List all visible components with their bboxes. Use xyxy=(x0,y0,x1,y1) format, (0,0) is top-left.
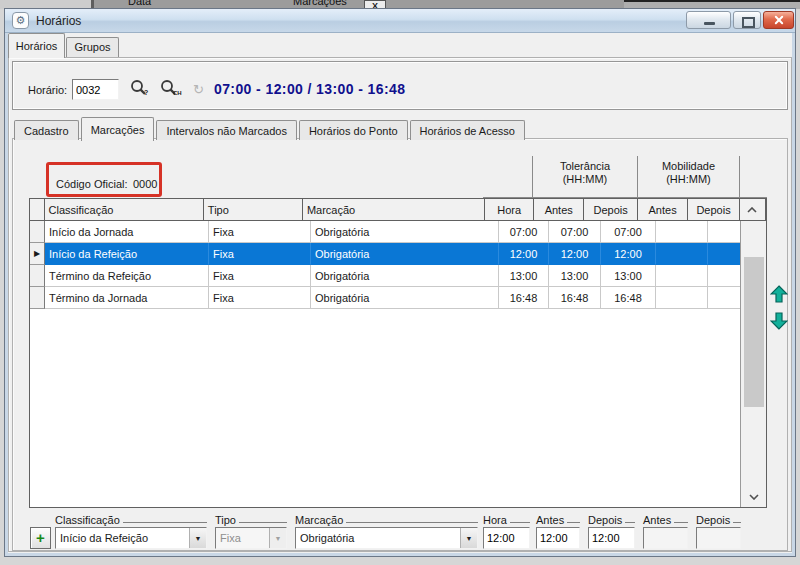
grid-cell[interactable]: Término da Refeição xyxy=(45,265,209,287)
dropdown-icon[interactable]: ▼ xyxy=(189,528,206,548)
grid-cell[interactable]: 12:00 xyxy=(499,243,549,265)
grid-cell[interactable]: 13:00 xyxy=(601,265,656,287)
window-title: Horários xyxy=(36,14,81,28)
vertical-scrollbar[interactable] xyxy=(740,221,766,487)
indicator-column-header xyxy=(30,199,45,221)
search-number-icon[interactable]: ? xyxy=(128,79,152,99)
row-indicator-icon: ▶ xyxy=(30,243,45,265)
chevron-down-icon xyxy=(749,494,759,500)
titlebar[interactable]: ⚙ Horários xyxy=(5,9,795,33)
add-marcacao-button[interactable]: + xyxy=(30,527,51,549)
grid-cell[interactable]: 13:00 xyxy=(499,265,549,287)
minimize-button[interactable] xyxy=(686,11,731,29)
screen: Data Marcações X ⚙ Horários Horários Gru… xyxy=(0,0,800,565)
app-icon: ⚙ xyxy=(12,12,29,29)
table-row-selected[interactable]: ▶ Início da Refeição Fixa Obrigatória 12… xyxy=(30,243,766,265)
col-header-marcacao[interactable]: Marcação xyxy=(303,199,486,221)
tab-intervalos-nao-marcados[interactable]: Intervalos não Marcados xyxy=(156,120,296,140)
grid-cell[interactable]: 12:00 xyxy=(549,243,601,265)
grid-cell[interactable]: 12:00 xyxy=(601,243,656,265)
grid-cell[interactable]: Fixa xyxy=(209,265,311,287)
tipo-select: Fixa ▼ xyxy=(215,527,287,549)
horario-field-label: Horário: xyxy=(28,84,67,96)
col-header-tipo[interactable]: Tipo xyxy=(204,199,303,221)
refresh-icon: ↻ xyxy=(193,82,204,97)
table-row[interactable]: Início da Jornada Fixa Obrigatória 07:00… xyxy=(30,221,766,243)
table-row[interactable]: Término da Refeição Fixa Obrigatória 13:… xyxy=(30,265,766,287)
scrollbar-thumb[interactable] xyxy=(744,257,764,407)
grid-cell[interactable] xyxy=(656,265,708,287)
marcacoes-grid: Classificação Tipo Marcação Hora Antes D… xyxy=(29,198,767,508)
minimize-icon xyxy=(704,22,715,25)
tab-grupos[interactable]: Grupos xyxy=(66,37,119,57)
tol-depois-label: Depois xyxy=(588,513,635,526)
hora-input[interactable] xyxy=(483,527,530,549)
grid-cell[interactable]: Fixa xyxy=(209,221,311,243)
grid-cell[interactable]: 07:00 xyxy=(499,221,549,243)
grid-cell[interactable] xyxy=(656,243,708,265)
tab-horarios[interactable]: Horários xyxy=(8,33,65,58)
col-header-mob-antes[interactable]: Antes xyxy=(638,199,688,221)
background-column-marcacoes: Marcações xyxy=(293,0,347,7)
tab-marcacoes[interactable]: Marcações xyxy=(81,117,155,141)
scroll-down-button[interactable] xyxy=(740,487,766,507)
chevron-up-icon xyxy=(747,207,757,213)
search-ch-icon[interactable]: CH xyxy=(158,79,182,99)
mob-depois-input xyxy=(696,527,741,549)
classificacao-select[interactable]: Início da Refeição ▼ xyxy=(55,527,207,549)
mob-antes-label: Antes xyxy=(643,513,688,526)
move-up-icon xyxy=(770,285,788,303)
mob-antes-input xyxy=(643,527,688,549)
classificacao-label: Classificação xyxy=(55,513,207,526)
marcacao-select[interactable]: Obrigatória ▼ xyxy=(295,527,478,549)
tab-horarios-de-acesso[interactable]: Horários de Acesso xyxy=(410,120,525,140)
dropdown-icon[interactable]: ▼ xyxy=(460,528,477,548)
grid-cell[interactable] xyxy=(656,287,708,309)
dropdown-icon: ▼ xyxy=(269,528,286,548)
grid-header-row: Classificação Tipo Marcação Hora Antes D… xyxy=(30,199,766,221)
horario-code-input[interactable] xyxy=(72,79,119,100)
grid-cell[interactable]: 16:48 xyxy=(499,287,549,309)
grid-cell[interactable]: Obrigatória xyxy=(311,287,499,309)
mob-depois-label: Depois xyxy=(696,513,741,526)
grid-cell[interactable]: Término da Jornada xyxy=(45,287,209,309)
grid-cell[interactable] xyxy=(656,221,708,243)
grid-cell[interactable]: 16:48 xyxy=(549,287,601,309)
move-row-down-button[interactable] xyxy=(770,312,788,330)
grid-cell[interactable]: 13:00 xyxy=(549,265,601,287)
col-header-tol-depois[interactable]: Depois xyxy=(584,199,637,221)
tab-horarios-do-ponto[interactable]: Horários do Ponto xyxy=(299,120,408,140)
grid-cell[interactable]: 07:00 xyxy=(549,221,601,243)
grid-cell[interactable]: Início da Jornada xyxy=(45,221,209,243)
tol-antes-label: Antes xyxy=(536,513,580,526)
tab-cadastro[interactable]: Cadastro xyxy=(14,120,79,140)
marcacao-label: Marcação xyxy=(295,513,478,526)
tipo-label: Tipo xyxy=(215,513,287,526)
grid-cell[interactable]: Obrigatória xyxy=(311,265,499,287)
maximize-button[interactable] xyxy=(733,11,761,29)
move-down-icon xyxy=(770,312,788,330)
grid-cell[interactable]: Fixa xyxy=(209,287,311,309)
col-header-classificacao[interactable]: Classificação xyxy=(45,199,204,221)
background-column-data: Data xyxy=(128,0,151,7)
table-row[interactable]: Término da Jornada Fixa Obrigatória 16:4… xyxy=(30,287,766,309)
col-header-tol-antes[interactable]: Antes xyxy=(534,199,584,221)
col-header-hora[interactable]: Hora xyxy=(485,199,534,221)
schedule-summary: 07:00 - 12:00 / 13:00 - 16:48 xyxy=(214,81,405,97)
tol-depois-input[interactable] xyxy=(588,527,635,549)
grid-cell[interactable]: Início da Refeição xyxy=(45,243,209,265)
grid-cell[interactable]: Obrigatória xyxy=(311,243,499,265)
grid-cell[interactable]: 16:48 xyxy=(601,287,656,309)
tol-antes-input[interactable] xyxy=(536,527,580,549)
col-header-mob-depois[interactable]: Depois xyxy=(688,199,739,221)
mobilidade-group-header: Mobilidade (HH:MM) xyxy=(638,160,739,186)
close-button[interactable] xyxy=(763,11,794,29)
grid-cell[interactable]: Obrigatória xyxy=(311,221,499,243)
grid-cell[interactable]: 07:00 xyxy=(601,221,656,243)
move-row-up-button[interactable] xyxy=(770,285,788,303)
scroll-up-button[interactable] xyxy=(740,199,766,221)
grid-cell[interactable]: Fixa xyxy=(209,243,311,265)
content-tab-strip: Cadastro Marcações Intervalos não Marcad… xyxy=(14,117,527,140)
maximize-icon xyxy=(742,17,755,28)
annotation-highlight-box xyxy=(46,162,162,197)
